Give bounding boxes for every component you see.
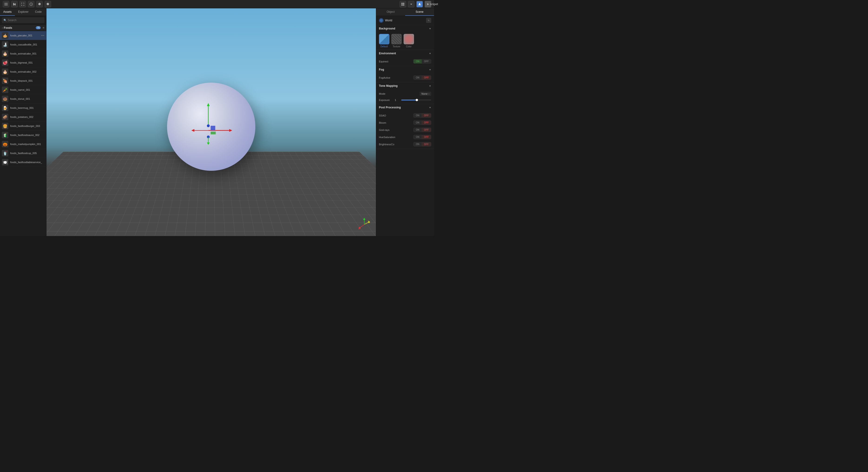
fog-active-row: FogActive ON OFF — [376, 74, 434, 81]
equirect-row: Equirect ON OFF — [376, 58, 434, 65]
topbar-right — [400, 1, 431, 7]
equirect-on-button[interactable]: ON — [413, 59, 422, 63]
fog-header[interactable]: Fog ▼ — [376, 66, 434, 73]
search-input[interactable] — [2, 18, 44, 23]
world-row: World ✎ — [376, 16, 434, 25]
asset-thumbnail: 🥔 — [2, 114, 8, 120]
viewport[interactable]: Y Z X — [46, 8, 376, 236]
fog-on-button[interactable]: ON — [413, 76, 422, 79]
tone-mapping-header[interactable]: Tone Mapping ▼ — [376, 82, 434, 89]
asset-item[interactable]: 🍺 foods_beermug_001 — [0, 103, 46, 112]
tab-object[interactable]: Object — [376, 8, 405, 16]
panel-tabs: Object Scene — [376, 8, 434, 16]
bg-option-default[interactable]: Default — [379, 34, 390, 48]
post-processing-header[interactable]: Post Processing ▼ — [376, 104, 434, 111]
bloom-off-button[interactable]: OFF — [422, 121, 431, 125]
layout-button[interactable] — [400, 1, 406, 7]
asset-item[interactable]: 🍽️ foods_fastfoodtableservice_ — [0, 158, 46, 167]
sidebar: Assets Explorer Code 🔍 ‹ Foods 75 ≡ 🥧 fo… — [0, 8, 46, 236]
asset-item[interactable]: 🥤 foods_fastfoodcup_005 — [0, 149, 46, 158]
asset-name: foods_marketpumpkin_001 — [10, 143, 44, 145]
asset-item[interactable]: 🥧 foods_piecake_001 ••• — [0, 31, 46, 40]
asset-item[interactable]: 🎂 foods_animalcake_001 — [0, 49, 46, 58]
hue-saturation-on-button[interactable]: ON — [413, 135, 422, 139]
asset-thumbnail: 🥧 — [2, 32, 8, 39]
exposure-slider-thumb[interactable] — [416, 99, 418, 101]
asset-name: foods_fastfoodburger_003 — [10, 125, 44, 127]
exposure-slider-track[interactable] — [401, 100, 431, 100]
redo-button[interactable] — [44, 1, 51, 7]
exposure-label: Exposure — [379, 99, 393, 101]
ssao-toggle: ON OFF — [413, 113, 431, 117]
asset-item[interactable]: 🥩 foods_bigmeat_001 — [0, 58, 46, 67]
sphere-object[interactable] — [167, 82, 255, 171]
user-button[interactable] — [416, 1, 423, 7]
search-area: 🔍 — [0, 16, 46, 25]
asset-name: foods_animalcake_002 — [10, 70, 44, 73]
environment-chevron: ▼ — [429, 52, 431, 55]
list-view-icon[interactable]: ≡ — [42, 26, 44, 30]
folder-header: ‹ Foods 75 ≡ — [0, 25, 46, 31]
background-chevron: ▼ — [429, 27, 431, 30]
asset-item[interactable]: 🎃 foods_marketpumpkin_001 — [0, 140, 46, 149]
asset-more-icon[interactable]: ••• — [41, 34, 44, 37]
undo-button[interactable] — [36, 1, 43, 7]
asset-thumbnail: 🍶 — [2, 41, 8, 48]
environment-section: Environment ▼ Equirect ON OFF — [376, 50, 434, 66]
tone-mapping-title: Tone Mapping — [379, 84, 429, 88]
asset-thumbnail: 🍔 — [2, 123, 8, 129]
bg-option-texture[interactable]: Texture — [391, 34, 402, 48]
fullscreen-button[interactable] — [20, 1, 26, 7]
fog-title: Fog — [379, 68, 429, 71]
asset-item[interactable]: 🎂 foods_animalcake_002 — [0, 67, 46, 76]
tab-assets[interactable]: Assets — [0, 8, 15, 16]
tone-mapping-chevron: ▼ — [429, 85, 431, 87]
asset-item[interactable]: 🥔 foods_potatoes_002 — [0, 112, 46, 122]
mode-row: Mode None › — [376, 90, 434, 97]
ssao-row: SSAO ON OFF — [376, 112, 434, 119]
ssao-off-button[interactable]: OFF — [422, 113, 431, 117]
god-rays-on-button[interactable]: ON — [413, 128, 422, 132]
asset-item[interactable]: 🍩 foods_donut_001 — [0, 95, 46, 103]
tab-scene[interactable]: Scene — [405, 8, 434, 16]
background-header[interactable]: Background ▼ — [376, 25, 434, 32]
equirect-label: Equirect — [379, 60, 411, 63]
equirect-off-button[interactable]: OFF — [422, 59, 431, 63]
god-rays-off-button[interactable]: OFF — [422, 128, 431, 132]
help-button[interactable]: ? — [28, 1, 34, 7]
asset-name: foods_animalcake_001 — [10, 52, 44, 55]
post-processing-title: Post Processing — [379, 106, 429, 109]
asset-item[interactable]: 🍔 foods_fastfoodburger_003 — [0, 122, 46, 131]
fog-active-label: FogActive — [379, 76, 411, 79]
tab-explorer[interactable]: Explorer — [15, 8, 32, 16]
mode-value-dropdown[interactable]: None › — [420, 92, 431, 96]
bg-label-color: Color — [406, 45, 412, 48]
brightness-contrast-toggle: ON OFF — [413, 142, 431, 146]
brightness-contrast-on-button[interactable]: ON — [413, 142, 422, 146]
folder-back-button[interactable]: ‹ — [2, 26, 3, 30]
bloom-on-button[interactable]: ON — [413, 121, 422, 125]
dropdown-button[interactable] — [408, 1, 414, 7]
ssao-on-button[interactable]: ON — [413, 113, 422, 117]
asset-thumbnail: 🥕 — [2, 87, 8, 93]
tab-code[interactable]: Code — [32, 8, 45, 16]
world-edit-button[interactable]: ✎ — [426, 18, 431, 23]
bg-option-color[interactable]: Color — [404, 34, 414, 48]
asset-item[interactable]: 🍖 foods_bbqrack_001 — [0, 76, 46, 86]
asset-thumbnail: 🎃 — [2, 141, 8, 147]
fog-off-button[interactable]: OFF — [422, 76, 431, 79]
bloom-label: Bloom — [379, 121, 411, 124]
app-title: snipet — [430, 2, 434, 6]
menu-button[interactable] — [3, 1, 9, 7]
asset-item[interactable]: 🍶 foods_casualbottle_001 — [0, 40, 46, 49]
asset-item[interactable]: 🧃 foods_fastfoodsauce_002 — [0, 131, 46, 140]
brightness-contrast-off-button[interactable]: OFF — [422, 142, 431, 146]
mode-value-text: None — [422, 92, 428, 95]
exposure-value: 1 — [395, 99, 399, 101]
brightness-contrast-row: BrightnessCo ON OFF — [376, 141, 434, 148]
save-button[interactable] — [11, 1, 18, 7]
asset-item[interactable]: 🥕 foods_carrot_001 — [0, 86, 46, 95]
folder-count: 75 — [36, 26, 41, 29]
hue-saturation-off-button[interactable]: OFF — [422, 135, 431, 139]
environment-header[interactable]: Environment ▼ — [376, 50, 434, 57]
